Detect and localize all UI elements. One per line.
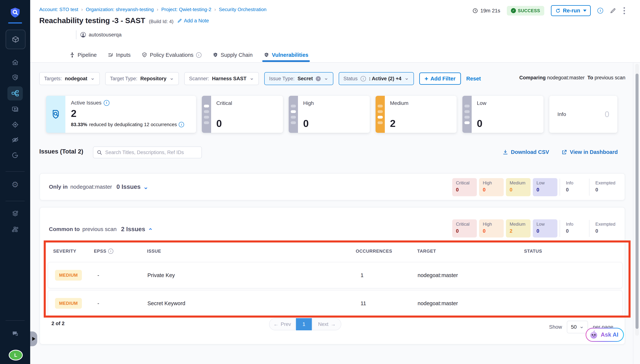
breadcrumb-module[interactable]: Security Orchestration: [219, 7, 267, 12]
severity-chip-low: Low0: [533, 219, 557, 238]
info-icon[interactable]: [597, 8, 603, 14]
expand-panel-handle[interactable]: [30, 332, 37, 346]
group-scope: nodegoat:master: [70, 184, 112, 190]
filter-targets[interactable]: Targets: nodegoat: [39, 72, 100, 85]
filter-target-type[interactable]: Target Type: Repository: [105, 72, 179, 85]
breadcrumb-organization[interactable]: Organization: shreyansh-testing: [86, 7, 154, 12]
per-page-select[interactable]: 50: [567, 321, 588, 333]
info-icon[interactable]: [196, 52, 201, 58]
tab-policy-evaluations[interactable]: Policy Evaluations: [142, 50, 201, 60]
left-nav-sidebar: ⚙ ? L: [0, 0, 30, 364]
vulnerabilities-shield-icon: [264, 52, 269, 58]
page-header: Account: STO test › Organization: shreya…: [30, 0, 640, 63]
build-id-label: (Build Id: 4): [149, 19, 173, 24]
tab-pipeline[interactable]: Pipeline: [69, 50, 97, 60]
severity-chip-exempted: Exempted0: [592, 219, 616, 238]
info-icon[interactable]: [104, 100, 109, 106]
edit-pencil-icon[interactable]: [610, 8, 616, 14]
search-input[interactable]: [105, 150, 198, 156]
chevron-down-icon: [404, 76, 409, 80]
severity-badge: MEDIUM: [55, 298, 82, 309]
severity-strip: [462, 96, 472, 133]
pagination-summary: 2 of 2: [52, 321, 65, 326]
tab-supply-chain[interactable]: Supply Chain: [212, 50, 253, 60]
clear-filter-icon[interactable]: [316, 76, 321, 81]
group-count: 2 Issues: [121, 226, 145, 233]
settings-gear-icon[interactable]: ⚙: [0, 180, 30, 189]
targets-icon[interactable]: [0, 121, 30, 128]
medium-count: 2: [390, 118, 408, 129]
chevron-down-icon: [169, 76, 174, 80]
page-1-button[interactable]: 1: [296, 318, 312, 330]
project-setup-layers-icon[interactable]: [0, 210, 30, 217]
severity-badge: MEDIUM: [55, 270, 82, 280]
more-options-icon[interactable]: [623, 6, 626, 15]
occurrences-value: 1: [361, 272, 363, 278]
page-title: Reachability testing -3 - SAST: [39, 16, 145, 25]
severity-chip-exempted: Exempted0: [592, 178, 616, 196]
filter-issue-type[interactable]: Issue Type: Secret: [264, 72, 333, 85]
download-csv-button[interactable]: Download CSV: [502, 149, 549, 155]
scrollbar-thumb[interactable]: [635, 74, 638, 329]
info-icon[interactable]: [179, 122, 184, 127]
active-issues-card: Active Issues 2 83.33% reduced by dedupl…: [46, 96, 196, 133]
group-scope: previous scan: [82, 226, 117, 232]
info-icon[interactable]: [108, 248, 113, 254]
issue-row-private-key[interactable]: MEDIUM - Private Key 1 nodegoat:master: [48, 262, 622, 288]
ai-mascot-icon: [589, 330, 598, 340]
next-page-button[interactable]: Next: [312, 318, 341, 330]
status-badge: SUCCESS: [507, 6, 544, 16]
active-issues-label: Active Issues: [71, 100, 101, 106]
low-card: Low 0: [462, 96, 544, 133]
only-in-group-card: Only in nodegoat:master 0 Issues Critica…: [40, 173, 625, 200]
chevron-up-icon[interactable]: [148, 227, 153, 231]
user-avatar[interactable]: L: [9, 350, 23, 360]
breadcrumb-account[interactable]: Account: STO test: [39, 7, 78, 12]
pipelines-nav-active[interactable]: [8, 86, 23, 100]
reset-filters-link[interactable]: Reset: [466, 76, 481, 82]
show-label: Show: [549, 324, 562, 330]
add-filter-button[interactable]: Add Filter: [419, 72, 461, 85]
group-prefix: Only in: [49, 184, 68, 190]
critical-label: Critical: [216, 100, 232, 106]
home-icon[interactable]: [0, 59, 30, 66]
issue-row-secret-keyword[interactable]: MEDIUM - Secret Keyword 11 nodegoat:mast…: [48, 290, 622, 316]
col-issue: ISSUE: [147, 248, 161, 254]
shield-search-icon: [46, 96, 65, 133]
rerun-button[interactable]: Re-run: [551, 5, 591, 16]
add-note-button[interactable]: Add a Note: [177, 18, 209, 24]
external-link-icon: [561, 149, 567, 155]
filter-scanner[interactable]: Scanner: Harness SAST: [184, 72, 259, 85]
scans-shield-search-icon[interactable]: [0, 74, 30, 81]
epss-value: -: [97, 272, 99, 278]
clock-icon: [472, 8, 478, 14]
chevron-down-icon[interactable]: [143, 185, 148, 189]
col-severity: SEVERITY: [53, 248, 76, 254]
help-chat-icon[interactable]: ?: [0, 330, 30, 338]
download-icon: [502, 149, 508, 155]
chevron-down-icon: [250, 76, 254, 80]
target-value: nodegoat:master: [417, 272, 458, 278]
module-selector-icon[interactable]: [6, 30, 26, 49]
logo-underline: [8, 22, 22, 24]
exemptions-eye-off-icon[interactable]: [0, 136, 30, 144]
content-right-divider: [633, 63, 633, 364]
issue-name: Secret Keyword: [147, 300, 185, 306]
col-status: STATUS: [524, 248, 542, 254]
filter-status[interactable]: Status : Active (2) +4: [339, 72, 414, 85]
group-count: 0 Issues: [116, 183, 141, 190]
ask-ai-button[interactable]: Ask AI: [585, 328, 624, 342]
tab-vulnerabilities[interactable]: Vulnerabilities: [264, 50, 308, 60]
view-in-dashboard-button[interactable]: View in Dashboard: [561, 149, 618, 155]
executions-icon[interactable]: [0, 106, 30, 113]
breadcrumb-project[interactable]: Project: Qwiet-testing-2: [161, 7, 211, 12]
org-structure-icon[interactable]: [0, 226, 30, 233]
arrow-right-icon: [331, 322, 336, 327]
prev-page-button[interactable]: Prev: [269, 318, 295, 330]
sto-logo-icon[interactable]: [0, 7, 30, 18]
getting-started-icon[interactable]: [0, 152, 30, 159]
svg-text:?: ?: [14, 332, 15, 334]
tab-inputs[interactable]: Inputs: [108, 50, 131, 60]
check-icon: [511, 8, 516, 13]
col-epss: EPSS: [94, 248, 113, 254]
